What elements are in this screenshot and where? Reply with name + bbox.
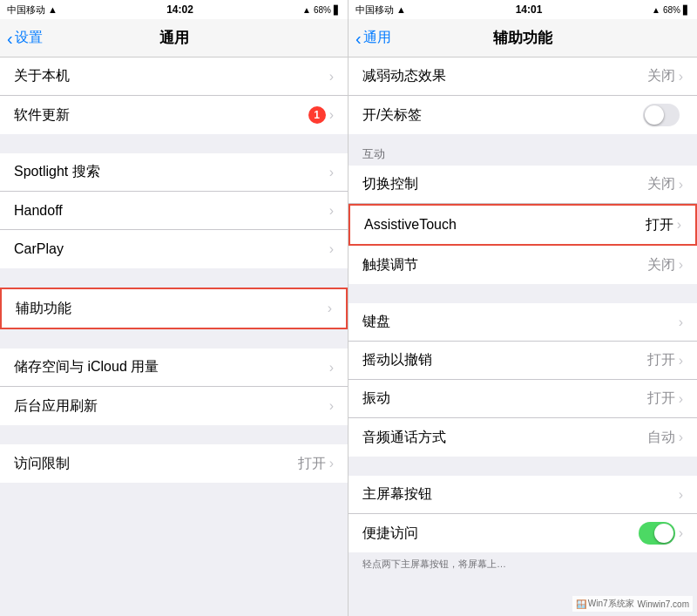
right-item-onoff-toggle[interactable]	[643, 104, 680, 126]
right-section-1: 减弱动态效果 关闭 › 开/关标签	[348, 58, 697, 134]
right-screen: 中国移动 ▲ 14:01 ▲ 68% ▋ ‹ 通用 辅助功能 减弱动态效果 关闭…	[348, 0, 697, 616]
right-item-reachability[interactable]: 便捷访问 ›	[348, 514, 697, 552]
right-item-reduce-motion-label: 减弱动态效果	[362, 67, 647, 85]
watermark: 🪟 Win7系统家 Winwin7.com	[572, 596, 693, 612]
left-gap-1	[0, 134, 348, 153]
left-item-about-chevron: ›	[329, 69, 334, 85]
right-item-assistivetouch-label: AssistiveTouch	[364, 217, 646, 233]
left-section-4: 储存空间与 iCloud 用量 › 后台应用刷新 ›	[0, 349, 348, 425]
right-item-keyboard-chevron: ›	[679, 315, 683, 330]
left-item-storage-label: 储存空间与 iCloud 用量	[14, 358, 329, 376]
left-item-carplay-label: CarPlay	[14, 241, 329, 257]
right-time: 14:01	[516, 3, 543, 16]
left-back-arrow-icon: ‹	[7, 30, 13, 47]
left-battery-pct: 68%	[314, 5, 331, 15]
right-item-shake-undo[interactable]: 摇动以撤销 打开 ›	[348, 342, 697, 380]
watermark-text1: Win7系统家	[588, 598, 634, 610]
right-item-reachability-chevron: ›	[679, 525, 683, 541]
right-item-touch-adapt-chevron: ›	[679, 257, 683, 273]
right-item-assistivetouch-value: 打开	[646, 216, 673, 234]
right-gap-1	[348, 134, 697, 141]
right-item-home-button-chevron: ›	[679, 487, 683, 503]
left-item-spotlight[interactable]: Spotlight 搜索 ›	[0, 153, 348, 192]
left-item-storage-chevron: ›	[329, 360, 334, 376]
right-back-arrow-icon: ‹	[355, 30, 362, 47]
right-item-onoff-labels-label: 开/关标签	[362, 106, 643, 125]
right-item-keyboard[interactable]: 键盘 ›	[348, 303, 697, 342]
left-nav-bar: ‹ 设置 通用	[0, 19, 348, 58]
watermark-icon: 🪟	[576, 599, 586, 609]
right-section-2: 切换控制 关闭 › AssistiveTouch 打开 › 触摸调节 关闭 ›	[348, 166, 697, 284]
left-gap-2	[0, 268, 348, 288]
left-item-spotlight-chevron: ›	[329, 165, 334, 180]
left-section-3: 辅助功能 ›	[0, 288, 348, 329]
left-screen: 中国移动 ▲ 14:02 ▲ 68% ▋ ‹ 设置 通用 关于本机 › 软件更新…	[0, 0, 348, 616]
right-item-switch-control-label: 切换控制	[362, 175, 647, 193]
left-item-update-chevron: ›	[329, 107, 334, 123]
right-section-header-interactive: 互动	[348, 141, 697, 166]
right-item-switch-control[interactable]: 切换控制 关闭 ›	[348, 166, 697, 204]
left-section-1: 关于本机 › 软件更新 1 ›	[0, 58, 348, 134]
right-gap-3	[348, 457, 697, 476]
left-item-carplay[interactable]: CarPlay ›	[0, 230, 348, 268]
right-settings-list: 减弱动态效果 关闭 › 开/关标签 互动 切换控制 关闭 › Ass	[348, 58, 697, 616]
right-item-touch-adapt-label: 触摸调节	[362, 256, 647, 274]
left-gap-4	[0, 425, 348, 444]
right-item-onoff-labels[interactable]: 开/关标签	[348, 96, 697, 134]
right-item-touch-adapt[interactable]: 触摸调节 关闭 ›	[348, 246, 697, 284]
left-item-accessibility[interactable]: 辅助功能 ›	[0, 288, 348, 329]
left-item-accessibility-chevron: ›	[328, 301, 332, 316]
right-location-icon: ▲	[652, 5, 660, 15]
right-item-reduce-motion[interactable]: 减弱动态效果 关闭 ›	[348, 58, 697, 96]
left-location-icon: ▲	[302, 5, 311, 15]
right-battery-icon: ▋	[683, 5, 690, 15]
left-back-button[interactable]: ‹ 设置	[7, 29, 43, 47]
left-item-restrictions-chevron: ›	[329, 456, 334, 471]
left-nav-title: 通用	[159, 28, 189, 48]
left-item-storage[interactable]: 储存空间与 iCloud 用量 ›	[0, 349, 348, 387]
right-status-left: 中国移动 ▲	[355, 3, 406, 17]
right-footer-text: 轻点两下主屏幕按钮，将屏幕上…	[362, 558, 506, 569]
left-status-bar: 中国移动 ▲ 14:02 ▲ 68% ▋	[0, 0, 348, 19]
left-item-about[interactable]: 关于本机 ›	[0, 58, 348, 96]
left-settings-list: 关于本机 › 软件更新 1 › Spotlight 搜索 › Handoff ›…	[0, 58, 348, 616]
left-item-update-badge: 1	[308, 106, 326, 124]
left-battery-icon: ▋	[334, 5, 341, 15]
right-item-shake-undo-chevron: ›	[679, 353, 683, 369]
right-toggle-knob	[645, 105, 664, 125]
right-item-switch-control-chevron: ›	[679, 177, 683, 193]
right-item-vibration[interactable]: 振动 打开 ›	[348, 380, 697, 418]
left-item-handoff-chevron: ›	[329, 203, 334, 219]
left-item-bgrefresh[interactable]: 后台应用刷新 ›	[0, 387, 348, 425]
right-item-vibration-value: 打开	[647, 389, 675, 408]
left-item-spotlight-label: Spotlight 搜索	[14, 163, 329, 181]
left-item-carplay-chevron: ›	[329, 241, 334, 257]
right-item-reachability-toggle[interactable]	[639, 522, 675, 545]
left-item-bgrefresh-chevron: ›	[329, 398, 334, 414]
right-back-button[interactable]: ‹ 通用	[355, 29, 391, 47]
left-item-about-label: 关于本机	[14, 67, 329, 85]
left-carrier: 中国移动	[7, 3, 45, 17]
left-item-accessibility-label: 辅助功能	[16, 300, 328, 318]
right-wifi-icon: ▲	[396, 4, 406, 15]
right-item-assistivetouch-chevron: ›	[677, 217, 681, 233]
right-status-bar: 中国移动 ▲ 14:01 ▲ 68% ▋	[348, 0, 697, 19]
left-item-restrictions[interactable]: 访问限制 打开 ›	[0, 444, 348, 483]
left-section-2: Spotlight 搜索 › Handoff › CarPlay ›	[0, 153, 348, 268]
right-item-reduce-motion-chevron: ›	[679, 69, 683, 85]
left-status-right: ▲ 68% ▋	[302, 5, 341, 15]
right-item-keyboard-label: 键盘	[362, 313, 679, 331]
left-item-handoff[interactable]: Handoff ›	[0, 192, 348, 230]
right-item-vibration-chevron: ›	[679, 391, 683, 407]
left-item-handoff-label: Handoff	[14, 203, 329, 219]
right-item-home-button[interactable]: 主屏幕按钮 ›	[348, 476, 697, 514]
left-item-bgrefresh-label: 后台应用刷新	[14, 397, 329, 416]
left-item-update[interactable]: 软件更新 1 ›	[0, 96, 348, 134]
right-item-audio-routing[interactable]: 音频通话方式 自动 ›	[348, 418, 697, 457]
right-item-assistivetouch[interactable]: AssistiveTouch 打开 ›	[348, 204, 697, 246]
left-time: 14:02	[166, 3, 193, 16]
right-item-audio-routing-label: 音频通话方式	[362, 429, 647, 447]
left-section-5: 访问限制 打开 ›	[0, 444, 348, 483]
right-item-reduce-motion-value: 关闭	[647, 67, 675, 85]
right-gap-2	[348, 284, 697, 303]
